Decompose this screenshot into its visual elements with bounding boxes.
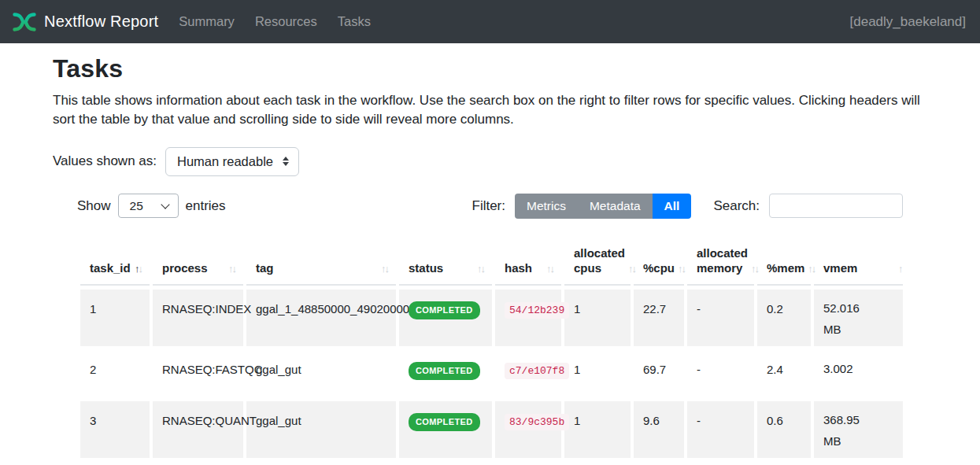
cell-task_id: 2 xyxy=(80,350,150,397)
cell-status: COMPLETED xyxy=(399,350,492,397)
brand-link[interactable]: Nextflow Report xyxy=(13,12,158,32)
sort-icon: ↑↓ xyxy=(898,263,903,276)
run-name: [deadly_baekeland] xyxy=(850,14,966,30)
cell-allocated_cpus: 1 xyxy=(564,401,631,458)
cell-allocated_cpus: 1 xyxy=(564,350,631,397)
cell-process: RNASEQ:INDEX xyxy=(153,290,243,346)
cell-hash: 94/c235e1 xyxy=(495,462,561,465)
sort-icon: ↑↓ xyxy=(228,263,235,276)
column-header-status[interactable]: status↑↓ xyxy=(399,233,492,286)
column-header-task_id[interactable]: task_id↑↓ xyxy=(80,233,150,286)
hash-code: 54/12b239 xyxy=(505,302,569,319)
values-format-select[interactable]: Human readable xyxy=(165,147,299,176)
status-badge: COMPLETED xyxy=(409,301,480,319)
page-length-select[interactable]: 25 xyxy=(118,194,179,218)
status-badge: COMPLETED xyxy=(409,362,480,380)
nav-link-summary[interactable]: Summary xyxy=(179,14,235,29)
filter-button-group: MetricsMetadataAll xyxy=(515,194,691,219)
column-header-allocated_memory[interactable]: allocated memory↑↓ xyxy=(687,233,754,286)
column-label: tag xyxy=(256,260,274,276)
cell-task_id: 4 xyxy=(80,462,150,465)
cell-hash: 54/12b239 xyxy=(495,290,561,346)
cell-status: COMPLETED xyxy=(399,290,492,346)
column-label: allocated cpus xyxy=(574,245,625,276)
column-label: status xyxy=(409,260,443,276)
column-header-vmem[interactable]: vmem↑↓ xyxy=(814,233,903,286)
sort-icon: ↑↓ xyxy=(678,263,685,276)
column-header-tag[interactable]: tag↑↓ xyxy=(246,233,396,286)
sort-icon: ↑↓ xyxy=(477,263,484,276)
cell-allocated_memory: - xyxy=(687,290,754,346)
cell-pcpu: 22.7 xyxy=(634,290,684,346)
table-row: 3RNASEQ:QUANTggal_gutCOMPLETED83/9c395b1… xyxy=(80,401,903,458)
column-label: hash xyxy=(505,260,532,276)
column-label: process xyxy=(162,260,208,276)
filter-button-metrics[interactable]: Metrics xyxy=(515,194,578,219)
hash-code: 83/9c395b xyxy=(505,414,569,430)
nav-links: SummaryResourcesTasks xyxy=(179,14,849,29)
cell-pmem: 0.2 xyxy=(757,290,811,346)
cell-pmem: 1.4 xyxy=(757,462,811,465)
cell-hash: c7/e107f8 xyxy=(495,350,561,397)
column-label: %cpu xyxy=(643,260,675,276)
cell-process: MULTIQC xyxy=(153,462,243,465)
cell-allocated_memory: - xyxy=(687,401,754,458)
vmem-value: 368.95 MB xyxy=(823,409,872,452)
show-label: Show xyxy=(77,198,111,214)
table-row: 2RNASEQ:FASTQCggal_gutCOMPLETEDc7/e107f8… xyxy=(80,350,903,397)
filter-button-metadata[interactable]: Metadata xyxy=(578,194,653,219)
nav-link-tasks[interactable]: Tasks xyxy=(338,14,371,29)
nextflow-logo-icon xyxy=(13,12,36,32)
sort-icon: ↑↓ xyxy=(381,263,388,276)
column-header-pcpu[interactable]: %cpu↑↓ xyxy=(634,233,684,286)
sort-icon: ↑↓ xyxy=(751,263,758,276)
cell-pcpu: 9.6 xyxy=(634,401,684,458)
table-row: 1RNASEQ:INDEXggal_1_48850000_49020000COM… xyxy=(80,290,903,346)
sort-icon: ↑↓ xyxy=(628,263,635,276)
cell-pmem: 2.4 xyxy=(757,350,811,397)
nav-link-resources[interactable]: Resources xyxy=(255,14,317,29)
hash-code: c7/e107f8 xyxy=(505,363,569,379)
search-label: Search: xyxy=(713,198,760,214)
filter-button-all[interactable]: All xyxy=(653,194,692,219)
cell-allocated_cpus: 1 xyxy=(564,462,631,465)
cell-tag: ggal_1_48850000_49020000 xyxy=(246,290,396,346)
sort-icon: ↑↓ xyxy=(808,263,815,276)
tasks-table-wrapper[interactable]: task_id↑↓process↑↓tag↑↓status↑↓hash↑↓all… xyxy=(77,229,903,465)
column-header-pmem[interactable]: %mem↑↓ xyxy=(757,233,811,286)
vmem-value: 52.016 MB xyxy=(823,297,872,340)
search-input[interactable] xyxy=(769,194,903,218)
cell-pcpu: 42.8 xyxy=(634,462,684,465)
table-row: 4MULTIQC-COMPLETED94/c235e1142.8-1.4571.… xyxy=(80,462,903,465)
cell-status: COMPLETED xyxy=(399,462,492,465)
vmem-value: 3.002 xyxy=(823,358,872,379)
values-format-selected: Human readable xyxy=(177,154,273,169)
cell-task_id: 1 xyxy=(80,290,150,346)
cell-tag: ggal_gut xyxy=(246,350,396,397)
column-label: allocated memory xyxy=(697,245,748,276)
cell-pmem: 0.6 xyxy=(757,401,811,458)
cell-tag: ggal_gut xyxy=(246,401,396,458)
navbar: Nextflow Report SummaryResourcesTasks [d… xyxy=(0,0,980,43)
cell-pcpu: 69.7 xyxy=(634,350,684,397)
column-label: vmem xyxy=(823,260,857,276)
tasks-table: task_id↑↓process↑↓tag↑↓status↑↓hash↑↓all… xyxy=(77,229,903,465)
cell-vmem: 3.002 xyxy=(814,350,903,397)
cell-allocated_memory: - xyxy=(687,350,754,397)
column-header-allocated_cpus[interactable]: allocated cpus↑↓ xyxy=(564,233,631,286)
page-title: Tasks xyxy=(53,54,927,83)
page-description: This table shows information about each … xyxy=(53,91,927,130)
column-header-hash[interactable]: hash↑↓ xyxy=(495,233,561,286)
status-badge: COMPLETED xyxy=(409,413,480,431)
cell-hash: 83/9c395b xyxy=(495,401,561,458)
values-row: Values shown as: Human readable xyxy=(53,147,927,176)
brand-title: Nextflow Report xyxy=(44,13,158,31)
cell-task_id: 3 xyxy=(80,401,150,458)
values-shown-label: Values shown as: xyxy=(53,153,157,169)
chevron-down-icon xyxy=(161,200,169,209)
cell-vmem: 571.58 MB xyxy=(814,462,903,465)
table-controls: Show 25 entries Filter: MetricsMetadataA… xyxy=(77,194,903,219)
column-header-process[interactable]: process↑↓ xyxy=(153,233,243,286)
page-length-value: 25 xyxy=(130,199,143,213)
cell-allocated_memory: - xyxy=(687,462,754,465)
